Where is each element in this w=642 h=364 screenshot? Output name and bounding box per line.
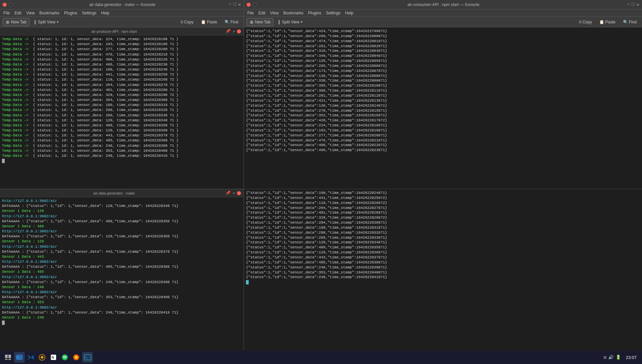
find-icon: 🔍 (225, 20, 230, 24)
right-toolbar: ⊕ New Tab ‖ Split View ▾ ⎘ Copy 📋 Paste … (244, 17, 642, 27)
taskbar-icon-files[interactable] (3, 352, 13, 363)
right-menu-edit[interactable]: Edit (256, 10, 267, 16)
win-pin-icon[interactable] (9, 3, 13, 7)
svg-point-13 (76, 357, 77, 358)
taskbar-icon-browser[interactable] (37, 352, 47, 363)
right-menu-view[interactable]: View (268, 10, 281, 16)
terminal-line: Temp-Data -> { status: 1, id: 1, sensor_… (2, 42, 242, 47)
taskbar-icon-terminal[interactable]: >_ (14, 352, 25, 363)
right-menu-bar: File Edit View Bookmarks Plugins Setting… (244, 9, 642, 17)
terminal-line: {"status":1,"id":1,"sensor_data":136,"ti… (246, 74, 640, 79)
right-terminal-top: {"status":1,"id":1,"sensor_data":424,"ti… (244, 27, 642, 189)
left-win-maximize[interactable]: □ (233, 2, 236, 7)
terminal-line: {"status":1,"id":1,"sensor_data":496,"ti… (246, 148, 640, 153)
right-win-pin-icon[interactable] (253, 3, 257, 7)
left-menu-plugins[interactable]: Plugins (62, 10, 79, 16)
terminal-line: {"status":1,"id":1,"sensor_data":329,"ti… (246, 215, 640, 220)
left-menu-settings[interactable]: Settings (80, 10, 98, 16)
panel1-close-icon[interactable] (237, 29, 241, 33)
left-win-minimize[interactable]: − (229, 2, 231, 7)
right-paste-button[interactable]: 📋 Paste (597, 19, 618, 25)
tray-network-icon[interactable]: ⊡ (604, 355, 606, 360)
terminal-line: Sensor 1 Data : 353 (2, 300, 242, 305)
right-menu-bookmarks[interactable]: Bookmarks (281, 10, 305, 16)
terminal-line: http://127.0.0.1:3002/air (2, 290, 242, 295)
left-menu-view[interactable]: View (24, 10, 37, 16)
right-new-tab-button[interactable]: ⊕ New Tab (247, 18, 273, 26)
panel1-pin-icon[interactable]: 📌 (226, 29, 231, 34)
terminal-line: Temp-Data -> { status: 1, id: 1, sensor_… (2, 67, 242, 72)
terminal-line: Temp-Data -> { status: 1, id: 1, sensor_… (2, 52, 242, 57)
terminal-line: {"status":1,"id":1,"sensor_data":441,"ti… (246, 196, 640, 201)
taskbar-icon-notion[interactable]: N (48, 352, 59, 363)
terminal-line: Sensor 1 Data : 485 (2, 269, 242, 274)
terminal-line: http://127.0.0.1:3002/air (2, 214, 242, 219)
split-icon: ‖ (34, 19, 36, 24)
terminal-line: Temp-Data -> { status: 1, id: 1, sensor_… (2, 93, 242, 98)
right-chevron-down-icon: ▾ (301, 20, 302, 24)
terminal-line: {"status":1,"id":1,"sensor_data":118,"ti… (246, 201, 640, 206)
terminal-line: {"status":1,"id":1,"sensor_data":204,"ti… (246, 220, 640, 225)
terminal-line: {"status":1,"id":1,"sensor_data":349,"ti… (246, 53, 640, 58)
terminal-line: Temp-Data -> { status: 1, id: 1, sensor_… (2, 133, 242, 138)
svg-text:N: N (51, 355, 54, 359)
right-split-view-button[interactable]: ‖ Split View ▾ (275, 18, 305, 25)
tray-battery-icon[interactable]: 🔋 (616, 355, 621, 360)
left-win-close-btn[interactable]: ✕ (238, 2, 241, 7)
terminal-line: {"status":1,"id":1,"sensor_data":353,"ti… (246, 270, 640, 275)
terminal-line: DATAAAAA : {"status": 1,"id": 1,"sensor_… (2, 295, 242, 300)
right-window-title: air-consumer-API : npm start — Konsole (260, 2, 627, 7)
terminal-line: DATAAAAA : {"status": 1,"id": 1,"sensor_… (2, 264, 242, 269)
right-win-close-icon[interactable] (247, 3, 251, 7)
terminal-line: {"status":1,"id":1,"sensor_data":129,"ti… (246, 250, 640, 255)
left-menu-file[interactable]: File (1, 10, 12, 16)
left-window: air-data-generator : make — Konsole − □ … (0, 0, 244, 351)
right-win-close-btn[interactable]: ✕ (637, 2, 639, 7)
panel1-detach-icon[interactable]: ↗ (233, 29, 235, 34)
terminal-line: http://127.0.0.1:3002/air (2, 244, 242, 249)
terminal-line: Temp-Data -> { status: 1, id: 1, sensor_… (2, 37, 242, 42)
svg-rect-1 (8, 355, 11, 358)
terminal-line: {"status":1,"id":1,"sensor_data":486,"ti… (246, 143, 640, 148)
plus-icon: ⊕ (6, 19, 10, 25)
right-find-button[interactable]: 🔍 Find (620, 19, 639, 25)
left-new-tab-button[interactable]: ⊕ New Tab (3, 18, 29, 26)
taskbar-icon-konsole[interactable]: >_ (82, 352, 93, 363)
right-menu-plugins[interactable]: Plugins (306, 10, 323, 16)
terminal-line: Temp-Data -> { status: 1, id: 1, sensor_… (2, 88, 242, 93)
panel2-detach-icon[interactable]: ↗ (233, 191, 235, 196)
left-paste-button[interactable]: 📋 Paste (198, 19, 220, 25)
terminal-line: Sensor 1 Data : 443 (2, 254, 242, 259)
win-close-icon[interactable] (3, 3, 7, 7)
left-menu-bookmarks[interactable]: Bookmarks (37, 10, 61, 16)
right-win-maximize[interactable]: □ (632, 2, 634, 7)
left-menu-edit[interactable]: Edit (12, 10, 23, 16)
right-plus-icon: ⊕ (250, 19, 254, 25)
svg-rect-2 (5, 359, 8, 360)
right-menu-file[interactable]: File (245, 10, 256, 16)
right-win-minimize[interactable]: − (627, 2, 630, 7)
left-menu-help[interactable]: Help (99, 10, 112, 16)
terminal-line: {"status":1,"id":1,"sensor_data":277,"ti… (246, 133, 640, 138)
terminal-line: Temp-Data -> { status: 1, id: 1, sensor_… (2, 57, 242, 62)
left-copy-button[interactable]: ⎘ Copy (178, 19, 196, 25)
right-menu-help[interactable]: Help (343, 10, 356, 16)
right-split-icon: ‖ (278, 19, 280, 24)
left-find-button[interactable]: 🔍 Find (222, 19, 241, 25)
panel2-close-icon[interactable] (237, 191, 241, 195)
taskbar-icon-firefox[interactable] (71, 352, 82, 363)
terminal-line: {"status":1,"id":1,"sensor_data":476,"ti… (246, 138, 640, 143)
taskbar-icon-spotify[interactable] (59, 352, 70, 363)
tray-audio-icon[interactable]: 🔊 (608, 355, 614, 360)
left-panel-2-title: air-data-generator : make (3, 191, 226, 195)
right-copy-button[interactable]: ⎘ Copy (576, 19, 595, 25)
right-menu-settings[interactable]: Settings (324, 10, 342, 16)
panel2-pin-icon[interactable]: 📌 (226, 191, 231, 196)
terminal-line: {"status":1,"id":1,"sensor_data":474,"ti… (246, 39, 640, 44)
svg-rect-3 (8, 359, 11, 360)
terminal-line: {"status":1,"id":1,"sensor_data":135,"ti… (246, 58, 640, 64)
taskbar-icon-vscode[interactable] (25, 352, 36, 363)
terminal-line: Temp-Data -> { status: 1, id: 1, sensor_… (2, 62, 242, 67)
left-split-view-button[interactable]: ‖ Split View ▾ (31, 18, 61, 25)
svg-rect-0 (5, 355, 8, 358)
